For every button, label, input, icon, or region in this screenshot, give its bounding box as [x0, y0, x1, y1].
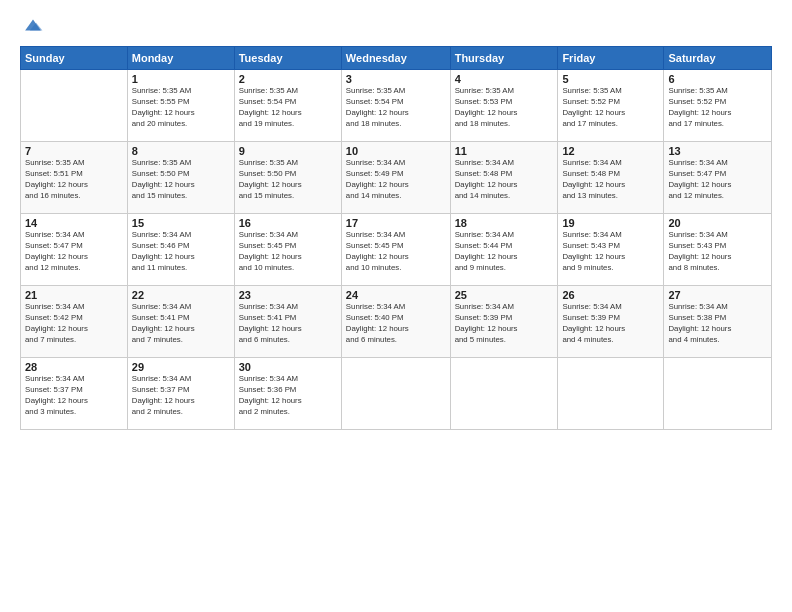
day-info: Sunrise: 5:34 AM Sunset: 5:39 PM Dayligh…	[455, 302, 554, 346]
week-row-4: 21Sunrise: 5:34 AM Sunset: 5:42 PM Dayli…	[21, 286, 772, 358]
calendar-cell: 28Sunrise: 5:34 AM Sunset: 5:37 PM Dayli…	[21, 358, 128, 430]
day-info: Sunrise: 5:34 AM Sunset: 5:43 PM Dayligh…	[562, 230, 659, 274]
day-number: 15	[132, 217, 230, 229]
day-number: 13	[668, 145, 767, 157]
calendar-cell: 12Sunrise: 5:34 AM Sunset: 5:48 PM Dayli…	[558, 142, 664, 214]
calendar-cell	[664, 358, 772, 430]
day-info: Sunrise: 5:34 AM Sunset: 5:41 PM Dayligh…	[132, 302, 230, 346]
weekday-header-thursday: Thursday	[450, 47, 558, 70]
calendar-cell: 1Sunrise: 5:35 AM Sunset: 5:55 PM Daylig…	[127, 70, 234, 142]
calendar-cell: 2Sunrise: 5:35 AM Sunset: 5:54 PM Daylig…	[234, 70, 341, 142]
day-info: Sunrise: 5:34 AM Sunset: 5:45 PM Dayligh…	[239, 230, 337, 274]
calendar-cell: 25Sunrise: 5:34 AM Sunset: 5:39 PM Dayli…	[450, 286, 558, 358]
weekday-row: SundayMondayTuesdayWednesdayThursdayFrid…	[21, 47, 772, 70]
day-info: Sunrise: 5:34 AM Sunset: 5:48 PM Dayligh…	[455, 158, 554, 202]
weekday-header-friday: Friday	[558, 47, 664, 70]
day-info: Sunrise: 5:35 AM Sunset: 5:50 PM Dayligh…	[132, 158, 230, 202]
calendar-cell	[341, 358, 450, 430]
day-info: Sunrise: 5:34 AM Sunset: 5:46 PM Dayligh…	[132, 230, 230, 274]
calendar-cell: 13Sunrise: 5:34 AM Sunset: 5:47 PM Dayli…	[664, 142, 772, 214]
calendar-cell: 7Sunrise: 5:35 AM Sunset: 5:51 PM Daylig…	[21, 142, 128, 214]
logo-icon	[22, 14, 44, 36]
day-info: Sunrise: 5:34 AM Sunset: 5:36 PM Dayligh…	[239, 374, 337, 418]
day-number: 22	[132, 289, 230, 301]
day-info: Sunrise: 5:34 AM Sunset: 5:38 PM Dayligh…	[668, 302, 767, 346]
calendar-cell: 14Sunrise: 5:34 AM Sunset: 5:47 PM Dayli…	[21, 214, 128, 286]
header	[20, 18, 772, 36]
calendar-cell	[21, 70, 128, 142]
week-row-2: 7Sunrise: 5:35 AM Sunset: 5:51 PM Daylig…	[21, 142, 772, 214]
day-number: 6	[668, 73, 767, 85]
day-number: 17	[346, 217, 446, 229]
calendar-cell: 17Sunrise: 5:34 AM Sunset: 5:45 PM Dayli…	[341, 214, 450, 286]
day-info: Sunrise: 5:34 AM Sunset: 5:40 PM Dayligh…	[346, 302, 446, 346]
day-number: 2	[239, 73, 337, 85]
day-info: Sunrise: 5:34 AM Sunset: 5:39 PM Dayligh…	[562, 302, 659, 346]
page: SundayMondayTuesdayWednesdayThursdayFrid…	[0, 0, 792, 612]
day-number: 25	[455, 289, 554, 301]
day-number: 5	[562, 73, 659, 85]
week-row-1: 1Sunrise: 5:35 AM Sunset: 5:55 PM Daylig…	[21, 70, 772, 142]
day-number: 7	[25, 145, 123, 157]
day-number: 24	[346, 289, 446, 301]
weekday-header-wednesday: Wednesday	[341, 47, 450, 70]
day-info: Sunrise: 5:34 AM Sunset: 5:37 PM Dayligh…	[132, 374, 230, 418]
calendar-header: SundayMondayTuesdayWednesdayThursdayFrid…	[21, 47, 772, 70]
calendar-cell: 27Sunrise: 5:34 AM Sunset: 5:38 PM Dayli…	[664, 286, 772, 358]
calendar-cell: 5Sunrise: 5:35 AM Sunset: 5:52 PM Daylig…	[558, 70, 664, 142]
calendar-cell: 3Sunrise: 5:35 AM Sunset: 5:54 PM Daylig…	[341, 70, 450, 142]
day-info: Sunrise: 5:35 AM Sunset: 5:50 PM Dayligh…	[239, 158, 337, 202]
calendar-cell: 15Sunrise: 5:34 AM Sunset: 5:46 PM Dayli…	[127, 214, 234, 286]
day-number: 4	[455, 73, 554, 85]
day-info: Sunrise: 5:35 AM Sunset: 5:54 PM Dayligh…	[239, 86, 337, 130]
day-number: 14	[25, 217, 123, 229]
day-number: 12	[562, 145, 659, 157]
day-info: Sunrise: 5:35 AM Sunset: 5:54 PM Dayligh…	[346, 86, 446, 130]
week-row-3: 14Sunrise: 5:34 AM Sunset: 5:47 PM Dayli…	[21, 214, 772, 286]
day-number: 19	[562, 217, 659, 229]
calendar-cell: 19Sunrise: 5:34 AM Sunset: 5:43 PM Dayli…	[558, 214, 664, 286]
calendar-cell: 6Sunrise: 5:35 AM Sunset: 5:52 PM Daylig…	[664, 70, 772, 142]
calendar-cell: 26Sunrise: 5:34 AM Sunset: 5:39 PM Dayli…	[558, 286, 664, 358]
calendar-cell: 24Sunrise: 5:34 AM Sunset: 5:40 PM Dayli…	[341, 286, 450, 358]
calendar-body: 1Sunrise: 5:35 AM Sunset: 5:55 PM Daylig…	[21, 70, 772, 430]
day-info: Sunrise: 5:35 AM Sunset: 5:55 PM Dayligh…	[132, 86, 230, 130]
day-number: 27	[668, 289, 767, 301]
logo	[20, 18, 44, 36]
weekday-header-sunday: Sunday	[21, 47, 128, 70]
day-info: Sunrise: 5:34 AM Sunset: 5:49 PM Dayligh…	[346, 158, 446, 202]
calendar-cell: 16Sunrise: 5:34 AM Sunset: 5:45 PM Dayli…	[234, 214, 341, 286]
day-info: Sunrise: 5:35 AM Sunset: 5:52 PM Dayligh…	[562, 86, 659, 130]
day-number: 1	[132, 73, 230, 85]
day-number: 28	[25, 361, 123, 373]
calendar-table: SundayMondayTuesdayWednesdayThursdayFrid…	[20, 46, 772, 430]
day-number: 30	[239, 361, 337, 373]
day-info: Sunrise: 5:34 AM Sunset: 5:48 PM Dayligh…	[562, 158, 659, 202]
day-number: 10	[346, 145, 446, 157]
weekday-header-tuesday: Tuesday	[234, 47, 341, 70]
week-row-5: 28Sunrise: 5:34 AM Sunset: 5:37 PM Dayli…	[21, 358, 772, 430]
calendar-cell: 23Sunrise: 5:34 AM Sunset: 5:41 PM Dayli…	[234, 286, 341, 358]
weekday-header-saturday: Saturday	[664, 47, 772, 70]
day-number: 18	[455, 217, 554, 229]
day-info: Sunrise: 5:34 AM Sunset: 5:45 PM Dayligh…	[346, 230, 446, 274]
day-info: Sunrise: 5:34 AM Sunset: 5:37 PM Dayligh…	[25, 374, 123, 418]
calendar-cell: 9Sunrise: 5:35 AM Sunset: 5:50 PM Daylig…	[234, 142, 341, 214]
calendar-cell: 20Sunrise: 5:34 AM Sunset: 5:43 PM Dayli…	[664, 214, 772, 286]
calendar-cell: 11Sunrise: 5:34 AM Sunset: 5:48 PM Dayli…	[450, 142, 558, 214]
day-number: 8	[132, 145, 230, 157]
day-number: 26	[562, 289, 659, 301]
day-info: Sunrise: 5:35 AM Sunset: 5:52 PM Dayligh…	[668, 86, 767, 130]
day-number: 9	[239, 145, 337, 157]
day-info: Sunrise: 5:34 AM Sunset: 5:43 PM Dayligh…	[668, 230, 767, 274]
calendar-cell: 29Sunrise: 5:34 AM Sunset: 5:37 PM Dayli…	[127, 358, 234, 430]
day-info: Sunrise: 5:34 AM Sunset: 5:41 PM Dayligh…	[239, 302, 337, 346]
day-number: 23	[239, 289, 337, 301]
calendar-cell: 4Sunrise: 5:35 AM Sunset: 5:53 PM Daylig…	[450, 70, 558, 142]
calendar-cell: 22Sunrise: 5:34 AM Sunset: 5:41 PM Dayli…	[127, 286, 234, 358]
calendar-cell: 21Sunrise: 5:34 AM Sunset: 5:42 PM Dayli…	[21, 286, 128, 358]
calendar-cell: 8Sunrise: 5:35 AM Sunset: 5:50 PM Daylig…	[127, 142, 234, 214]
day-number: 3	[346, 73, 446, 85]
day-info: Sunrise: 5:34 AM Sunset: 5:47 PM Dayligh…	[25, 230, 123, 274]
day-number: 20	[668, 217, 767, 229]
